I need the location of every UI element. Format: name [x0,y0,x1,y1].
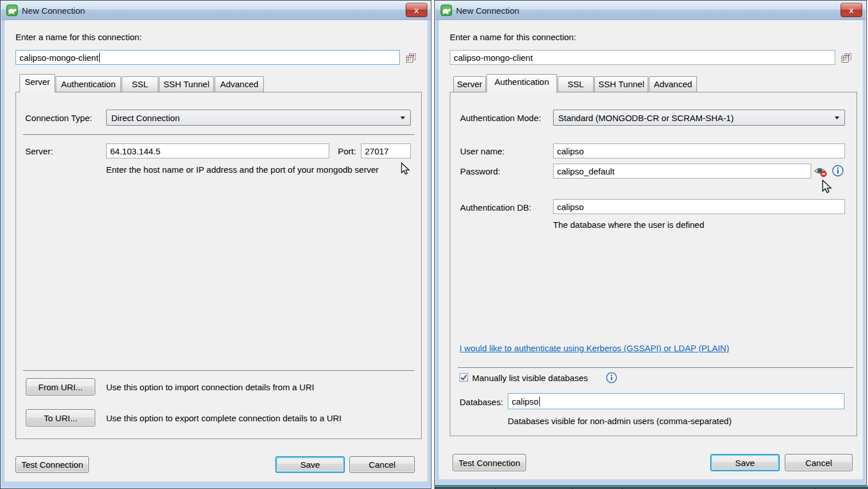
port-label: Port: [338,146,356,156]
tab-advanced[interactable]: Advanced [649,76,697,92]
hide-password-eye-icon[interactable] [813,164,827,178]
choose-icon-button[interactable] [840,51,853,64]
connection-type-label: Connection Type: [25,113,92,123]
server-label: Server: [25,146,53,156]
port-input[interactable]: 27017 [361,143,411,158]
manually-list-databases-label: Manually list visible databases [472,373,588,383]
connection-name-input[interactable]: calipso-mongo-client [450,50,835,65]
text-caret [99,53,100,63]
connection-name-label: Enter a name for this connection: [15,32,142,42]
close-button[interactable]: x [840,3,862,17]
checkmark-icon [460,374,468,381]
databases-input[interactable]: calipso [508,393,844,409]
choose-icon-button[interactable] [404,51,417,64]
databases-info-icon[interactable] [605,371,617,383]
right-titlebar[interactable]: New Connection x [435,1,866,20]
tab-authentication[interactable]: Authentication [56,76,121,92]
right-new-connection-window: New Connection x Enter a name for this c… [434,0,867,486]
cancel-button[interactable]: Cancel [785,454,853,471]
tab-ssl[interactable]: SSL [558,76,594,92]
close-icon: x [849,6,854,14]
mouse-cursor [399,162,412,176]
divider [458,367,854,368]
window-title: New Connection [456,6,519,15]
tab-advanced[interactable]: Advanced [215,76,264,92]
left-titlebar[interactable]: New Connection x [1,1,430,20]
manually-list-databases-checkbox[interactable] [460,373,468,382]
test-connection-button[interactable]: Test Connection [453,454,526,471]
tab-server[interactable]: Server [20,74,55,92]
tab-server[interactable]: Server [453,76,486,92]
password-info-icon[interactable] [831,164,844,177]
left-dialog-content: Enter a name for this connection: calips… [5,20,427,482]
divider [23,370,414,371]
chevron-down-icon [400,117,405,119]
text-caret [539,397,540,406]
username-label: User name: [460,146,505,156]
connection-name-input[interactable]: calipso-mongo-client [15,50,400,65]
password-label: Password: [460,166,500,176]
tab-authentication[interactable]: Authentication [486,74,557,92]
databases-help-text: Databases visible for non-admin users (c… [508,416,731,426]
right-dialog-content: Enter a name for this connection: calips… [439,20,863,479]
connection-name-label: Enter a name for this connection: [450,32,576,42]
password-input[interactable]: calipso_default [553,164,811,178]
divider [23,134,414,135]
kerberos-ldap-link[interactable]: I would like to authenticate using Kerbe… [460,343,729,353]
from-uri-help-text: Use this option to import connection det… [106,382,314,392]
from-uri-button[interactable]: From URI... [26,378,95,395]
background-window-strip [434,486,868,489]
connection-type-select[interactable]: Direct Connection [106,110,411,126]
to-uri-help-text: Use this option to export complete conne… [106,413,341,423]
authentication-mode-label: Authentication Mode: [460,113,541,123]
tab-ssl[interactable]: SSL [122,76,158,92]
test-connection-button[interactable]: Test Connection [15,456,89,473]
authentication-mode-select[interactable]: Standard (MONGODB-CR or SCRAM-SHA-1) [553,110,845,126]
server-input[interactable]: 64.103.144.5 [106,143,329,158]
mouse-cursor [820,180,834,195]
authentication-db-input[interactable]: calipso [553,199,845,214]
username-input[interactable]: calipso [553,143,845,158]
app-turtle-icon [441,5,452,16]
chevron-down-icon [835,117,839,119]
left-new-connection-window: New Connection x Enter a name for this c… [0,0,431,489]
window-title: New Connection [22,6,85,15]
app-turtle-icon [6,5,18,16]
cancel-button[interactable]: Cancel [349,456,415,473]
desktop: New Connection x Enter a name for this c… [0,0,868,489]
save-button[interactable]: Save [710,454,780,471]
tab-ssh-tunnel[interactable]: SSH Tunnel [159,76,214,92]
server-help-text: Enter the host name or IP address and th… [106,165,379,174]
authentication-db-label: Authentication DB: [460,203,531,212]
to-uri-button[interactable]: To URI... [26,409,95,426]
authentication-db-help-text: The database where the user is defined [553,220,704,230]
close-icon: x [414,6,419,14]
close-button[interactable]: x [406,3,427,17]
tab-ssh-tunnel[interactable]: SSH Tunnel [594,76,648,92]
databases-label: Databases: [460,397,503,407]
save-button[interactable]: Save [275,456,345,473]
